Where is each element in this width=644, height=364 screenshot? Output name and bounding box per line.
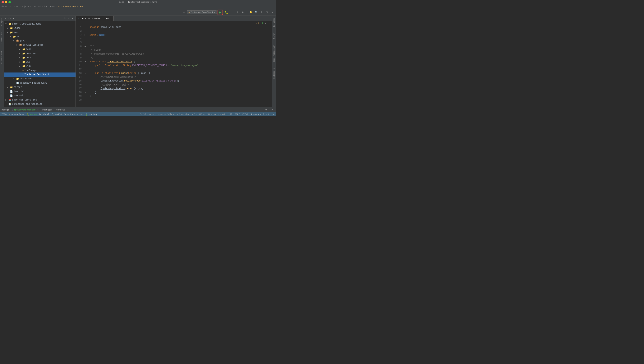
problems-item[interactable]: ⚠ 6 Problems [9,113,24,116]
window-controls [2,1,11,3]
java-file-icon: ☕ [22,69,24,72]
fold-method-icon[interactable]: ▼ [84,72,86,74]
breadcrumb-ipu[interactable]: ipu [44,5,48,8]
tree-item-idea[interactable]: ▶ 📁 .idea [4,26,76,30]
structure-panel-label[interactable]: Z-Structure [0,31,3,46]
tree-item-external-libs[interactable]: ▶ 📚 External Libraries [4,98,76,102]
debug-run-config[interactable]: ☕ IpuServerDemoStart ✕ [11,108,40,111]
sidebar-toolbar-icons: ⟳ ⚙ ✕ [63,17,74,20]
settings-icon-debug[interactable]: ⚙ [264,108,268,112]
tree-arrow: ▶ [19,57,22,59]
coverage-icon[interactable]: ☂ [230,10,234,15]
endpoints-label[interactable]: Endpoints [273,67,276,80]
breadcrumb-ai[interactable]: ai [38,5,41,8]
console-tab[interactable]: Console [55,108,66,111]
tree-item-resources[interactable]: ▶ 📁 resources [4,77,76,81]
breadcrumb-demo[interactable]: demo [2,5,6,8]
database-panel-label[interactable]: Database [273,17,276,28]
tree-item-constant[interactable]: ▶ 📁 constant [4,51,76,56]
left-panel-icons: Project Z-Structure 2: Favorites [0,16,4,107]
event-log[interactable]: Event Log [263,113,274,115]
chevron-up-icon[interactable]: ∧ [264,22,267,25]
line-ending[interactable]: CRLF [234,113,240,115]
tree-item-src[interactable]: ▼ 📁 src [4,30,76,35]
tree-item-bean[interactable]: ▶ 📁 bean [4,47,76,51]
tree-item-util[interactable]: ▶ 📁 util [4,64,76,68]
java-enterprise-item[interactable]: Java Enterprise [64,113,83,115]
breadcrumb-demo2[interactable]: demo [50,5,55,8]
spring-item[interactable]: 🍃 Spring [85,113,97,116]
tree-label: java [20,40,25,42]
tree-item-java[interactable]: ▼ 📦 java [4,39,76,43]
tree-label: core [26,56,32,59]
todo-item[interactable]: TODO [2,113,6,115]
close-button[interactable] [2,1,4,3]
warning-badge[interactable]: ⚠ [256,22,257,24]
project-panel-label[interactable]: Project [0,17,3,27]
tree-label: util [26,65,32,68]
search-everywhere-icon[interactable]: 🔍 [254,10,258,15]
tree-item-demo-iml[interactable]: ▶ 📄 demo.iml [4,89,76,94]
notifications-icon[interactable]: 🔔 [248,10,253,15]
indent-settings[interactable]: 4 spaces [251,113,261,115]
code-area[interactable]: package com.ai.ipu.demo; import ...; [87,25,272,107]
maximize-button[interactable] [8,1,11,3]
maven-panel-label[interactable]: Maven [273,32,276,40]
fold-comment-icon[interactable]: ▶ [84,45,86,48]
tree-item-ipupackge[interactable]: ▶ ☕ IpuPackge [4,68,76,73]
breadcrumb-file[interactable]: ⚙ IpuServerDemoStart [58,5,84,8]
restore-icon[interactable]: □ [264,10,269,15]
sidebar-close-icon[interactable]: ✕ [71,17,74,20]
debug-status-label: Debug [30,113,36,116]
tree-item-assembly-xml[interactable]: ▶ 📄 assembly-package.xml [4,81,76,85]
sidebar-sync-icon[interactable]: ⟳ [63,17,66,20]
debug-button[interactable]: 🐛 [224,10,229,15]
fold-import-icon[interactable]: ▶ [84,34,86,36]
tree-item-package[interactable]: ▼ 📦 com.ai.ipu.demo [4,43,76,47]
cursor-position[interactable]: 1:25 [227,113,232,115]
tree-item-scratches[interactable]: ▶ 📝 Scratches and Consoles [4,102,76,106]
tree-label: dao [26,61,30,63]
project-sidebar: Project ⟳ ⚙ ✕ ▼ 📁 demo ~/Downloads/demo … [4,16,76,107]
tree-arrow: ▼ [7,32,10,34]
sidebar-settings-icon[interactable]: ⚙ [67,17,70,20]
tree-item-core[interactable]: ▶ 📁 core [4,56,76,60]
build-item[interactable]: 🔨 Build [51,113,62,116]
bean-validation-label[interactable]: Bean Validation [273,44,276,63]
breadcrumb-java[interactable]: java [24,5,29,8]
debug-status-item[interactable]: 🐛 Debug [26,113,37,116]
tree-item-ipuserverdemostart[interactable]: ▶ ☕ IpuServerDemoStart [4,73,76,77]
tree-item-main[interactable]: ▼ 📁 main [4,35,76,39]
tree-label: demo ~/Downloads/demo [12,23,41,25]
tree-item-dao[interactable]: ▶ 📁 dao [4,60,76,64]
close-debug-icon[interactable]: ✕ [270,108,274,112]
breadcrumb-com[interactable]: com [32,5,36,8]
favorites-panel-label[interactable]: 2: Favorites [0,50,3,66]
editor-warning-bar: ⚠ 1 ✓ 1 ∧ ∨ [76,21,272,25]
tab-close-button[interactable]: ✕ [110,17,112,20]
minimize-button[interactable] [5,1,7,3]
fold-class-icon[interactable]: ▼ [84,61,86,63]
run-config-selector[interactable]: ⚙ IpuServerDemoStart ▼ [187,10,217,14]
debugger-tab[interactable]: Debugger [41,108,54,111]
breadcrumb-main[interactable]: main [16,5,21,8]
chevron-down-icon[interactable]: ∨ [268,22,271,25]
debug-close-button[interactable]: ✕ [38,109,38,111]
editor-content[interactable]: 1 2 3 4 5 6 7 8 9 10 11 12 13 14 15 16 1… [76,25,272,107]
settings-gear-icon[interactable]: ⚙ [259,10,264,15]
code-line-8: * 启动的时候需要指定参数--server.port=8080 [90,52,272,56]
breadcrumb-src[interactable]: src [10,5,13,8]
ok-badge: ✓ [260,22,261,24]
run-button[interactable]: ▶ [218,10,223,15]
terminal-item[interactable]: Terminal [39,113,49,115]
editor-tab-active[interactable]: ☕ IpuServerDemoStart.java ✕ [76,16,114,21]
tree-item-pom-xml[interactable]: ▶ 📄 pom.xml [4,94,76,98]
charset[interactable]: UTF-8 [242,113,248,115]
back-icon[interactable]: ⟵ [181,10,186,15]
fold-close-icon[interactable]: ▼ [84,92,86,94]
tree-item-target[interactable]: ▶ 📁 target [4,85,76,89]
close-window-icon[interactable]: ✕ [270,10,274,15]
profile-icon[interactable]: ⊙ [235,10,240,15]
settings-icon[interactable]: ⚙ [240,10,245,15]
tree-item-demo[interactable]: ▼ 📁 demo ~/Downloads/demo [4,22,76,26]
